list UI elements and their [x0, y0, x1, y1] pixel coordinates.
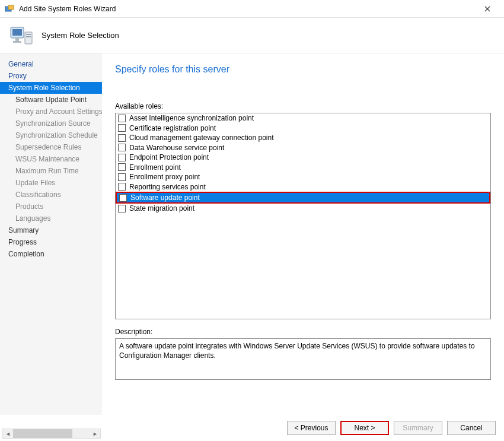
role-label: Certificate registration point — [129, 123, 216, 133]
role-row[interactable]: Data Warehouse service point — [116, 143, 490, 153]
nav-item[interactable]: Proxy and Account Settings — [0, 106, 102, 118]
app-icon — [5, 4, 14, 14]
svg-rect-8 — [26, 36, 31, 37]
role-checkbox[interactable] — [118, 124, 126, 132]
svg-rect-4 — [15, 38, 19, 41]
main-panel: Specify roles for this server Available … — [102, 53, 504, 415]
role-row[interactable]: Endpoint Protection point — [116, 153, 490, 163]
nav-item[interactable]: Products — [0, 201, 102, 212]
role-checkbox[interactable] — [118, 173, 126, 181]
page-title: Specify roles for this server — [115, 64, 491, 75]
nav-item[interactable]: Proxy — [0, 70, 102, 82]
role-checkbox[interactable] — [118, 144, 126, 151]
role-row[interactable]: ✓Software update point — [116, 192, 490, 204]
role-label: Asset Intelligence synchronization point — [129, 113, 254, 123]
sidebar-horizontal-scrollbar[interactable]: ◄ ► — [2, 429, 101, 439]
svg-rect-1 — [8, 5, 14, 9]
scroll-right-arrow-icon[interactable]: ► — [90, 429, 100, 438]
role-label: Endpoint Protection point — [129, 153, 209, 162]
close-button[interactable] — [476, 1, 499, 17]
role-checkbox[interactable] — [118, 134, 126, 142]
role-checkbox[interactable]: ✓ — [119, 194, 127, 202]
role-label: Reporting services point — [129, 182, 206, 192]
nav-item[interactable]: Synchronization Source — [0, 118, 102, 129]
scroll-thumb[interactable] — [13, 429, 72, 438]
nav-item[interactable]: Summary — [0, 224, 102, 236]
nav-item[interactable]: General — [0, 58, 102, 70]
description-text: A software update point integrates with … — [115, 338, 491, 380]
cancel-button[interactable]: Cancel — [447, 421, 496, 435]
role-label: Cloud management gateway connection poin… — [129, 133, 274, 142]
role-row[interactable]: Enrollment point — [116, 163, 490, 173]
header-title: System Role Selection — [42, 31, 119, 40]
role-row[interactable]: Asset Intelligence synchronization point — [116, 113, 490, 123]
previous-button[interactable]: < Previous — [287, 421, 336, 435]
role-label: Data Warehouse service point — [129, 143, 224, 153]
role-checkbox[interactable] — [118, 163, 126, 171]
nav-item[interactable]: Maximum Run Time — [0, 165, 102, 177]
available-roles-list[interactable]: Asset Intelligence synchronization point… — [115, 113, 491, 319]
role-label: Enrollment point — [129, 163, 181, 172]
role-checkbox[interactable] — [118, 154, 126, 161]
nav-item[interactable]: Progress — [0, 236, 102, 248]
wizard-nav: GeneralProxySystem Role SelectionSoftwar… — [0, 53, 102, 415]
scroll-left-arrow-icon[interactable]: ◄ — [3, 429, 13, 438]
role-label: Enrollment proxy point — [129, 172, 200, 182]
nav-item[interactable]: Completion — [0, 248, 102, 260]
description-label: Description: — [115, 328, 491, 336]
scroll-track[interactable] — [13, 429, 90, 438]
nav-item[interactable]: Languages — [0, 212, 102, 224]
role-label: Software update point — [130, 193, 200, 202]
nav-item[interactable]: System Role Selection — [0, 82, 102, 94]
nav-item[interactable]: Update Files — [0, 177, 102, 189]
server-icon — [8, 24, 34, 47]
nav-item[interactable]: Classifications — [0, 189, 102, 201]
role-row[interactable]: Certificate registration point — [116, 123, 490, 134]
next-button[interactable]: Next > — [340, 421, 389, 435]
svg-rect-7 — [26, 34, 31, 35]
role-row[interactable]: Reporting services point — [116, 182, 490, 192]
title-bar: Add Site System Roles Wizard — [0, 0, 504, 18]
role-row[interactable]: Enrollment proxy point — [116, 172, 490, 182]
role-row[interactable]: Cloud management gateway connection poin… — [116, 133, 490, 143]
svg-rect-3 — [12, 29, 22, 36]
available-roles-label: Available roles: — [115, 102, 491, 110]
window-title: Add Site System Roles Wizard — [19, 5, 476, 13]
nav-item[interactable]: Synchronization Schedule — [0, 129, 102, 141]
nav-item[interactable]: WSUS Maintenance — [0, 153, 102, 165]
nav-item[interactable]: Software Update Point — [0, 94, 102, 106]
summary-button[interactable]: Summary — [394, 421, 442, 435]
svg-rect-5 — [13, 41, 21, 43]
role-checkbox[interactable] — [118, 115, 126, 122]
role-row[interactable]: State migration point — [116, 204, 490, 214]
role-checkbox[interactable] — [118, 205, 126, 212]
role-checkbox[interactable] — [118, 183, 126, 191]
nav-item[interactable]: Supersedence Rules — [0, 141, 102, 153]
role-label: State migration point — [129, 204, 194, 213]
wizard-header: System Role Selection — [0, 18, 504, 53]
wizard-body: GeneralProxySystem Role SelectionSoftwar… — [0, 53, 504, 415]
